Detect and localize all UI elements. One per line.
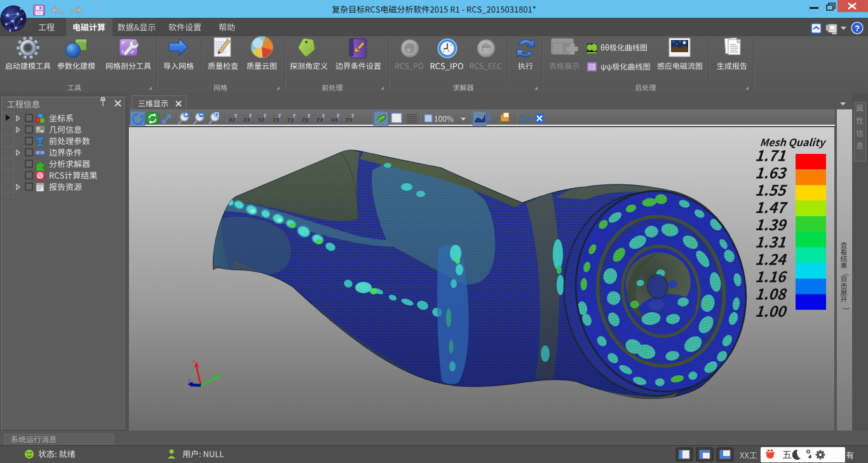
- svg-text:z: z: [188, 377, 191, 383]
- svg-text:y: y: [264, 113, 266, 118]
- svg-text:y: y: [234, 113, 237, 118]
- svg-text:y: y: [249, 113, 252, 118]
- svg-text:zy: zy: [302, 117, 309, 123]
- svg-text:?: ?: [855, 24, 860, 33]
- svg-text:vx: vx: [331, 117, 338, 123]
- svg-text:x: x: [193, 358, 195, 364]
- svg-text:y: y: [308, 113, 310, 118]
- svg-text:y: y: [337, 113, 339, 118]
- svg-text:xz: xz: [229, 117, 236, 123]
- svg-text:zv: zv: [346, 117, 353, 123]
- svg-text:y: y: [293, 113, 295, 118]
- svg-text:y: y: [351, 113, 354, 118]
- svg-text:y: y: [219, 370, 221, 376]
- svg-text:y: y: [278, 113, 281, 118]
- svg-text:xz: xz: [258, 117, 265, 123]
- svg-text:zx: zx: [243, 117, 250, 123]
- svg-text:y: y: [322, 113, 325, 118]
- svg-text:zx: zx: [316, 117, 323, 123]
- svg-text:zy: zy: [287, 117, 294, 123]
- svg-text:zx: zx: [273, 117, 280, 123]
